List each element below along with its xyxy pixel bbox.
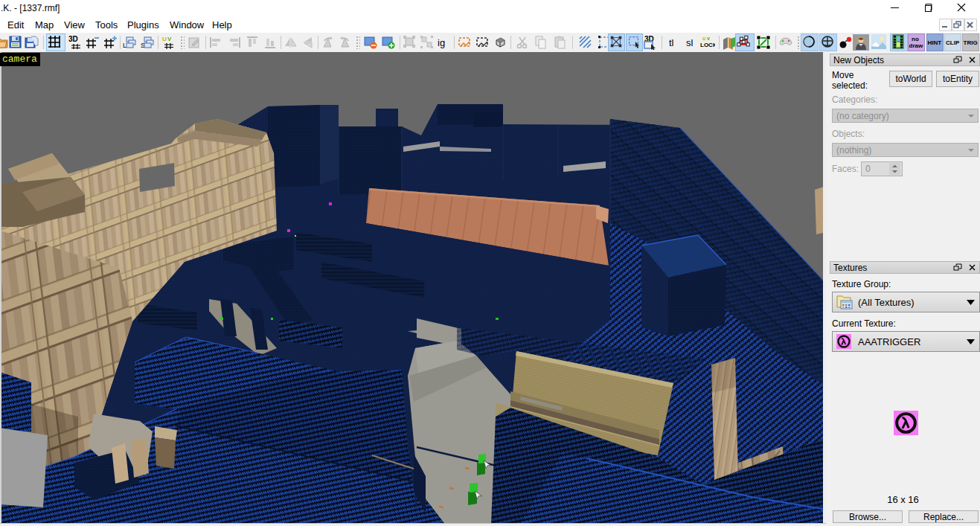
svg-text:no: no: [912, 36, 919, 42]
svg-text:TRIG: TRIG: [964, 39, 978, 46]
svg-text:HINT: HINT: [928, 39, 942, 46]
svg-text:V: V: [167, 36, 172, 42]
svg-text:v: v: [707, 36, 710, 41]
svg-text:U: U: [162, 36, 167, 42]
svg-text:tl: tl: [669, 37, 674, 48]
svg-text:u: u: [702, 36, 705, 41]
svg-text:draw: draw: [909, 42, 923, 49]
svg-text:ig: ig: [438, 37, 445, 48]
svg-text:3D: 3D: [68, 35, 78, 43]
svg-text:LOCK: LOCK: [700, 42, 715, 48]
svg-text:CLIP: CLIP: [946, 39, 960, 46]
svg-text:L: L: [123, 42, 126, 49]
svg-text:sl: sl: [686, 37, 694, 48]
